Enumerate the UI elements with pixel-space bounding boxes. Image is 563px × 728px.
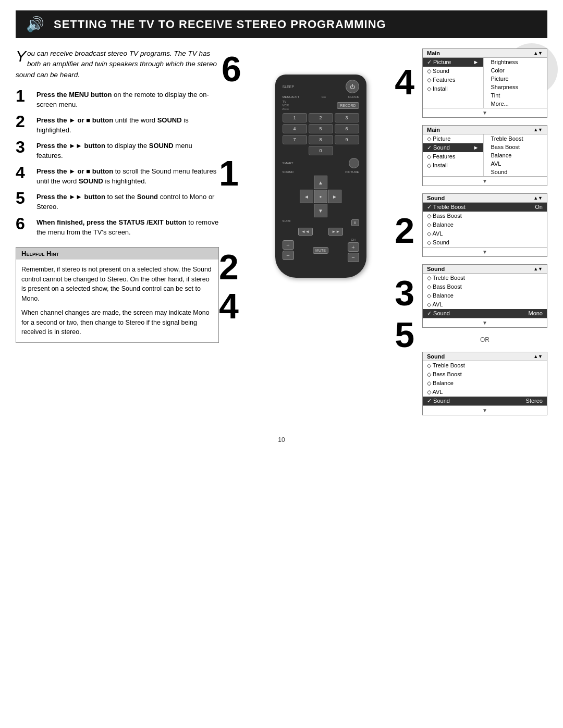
step-text-4: Press the ► or ■ button to scroll the So… bbox=[36, 166, 219, 187]
screen1-footer: ▼ bbox=[423, 108, 547, 117]
screen5-treble-label: ◇ Treble Boost bbox=[427, 362, 465, 369]
screen1-more: More... bbox=[487, 100, 547, 108]
mute-button[interactable]: MUTE bbox=[313, 247, 328, 254]
nav-left[interactable]: ◄ bbox=[300, 190, 313, 203]
number-pad: 1 2 3 4 5 6 7 8 9 0 bbox=[283, 113, 359, 155]
num-5[interactable]: 5 bbox=[309, 124, 333, 133]
ch-down-button[interactable]: − bbox=[348, 253, 359, 262]
num-6[interactable]: 6 bbox=[335, 124, 359, 133]
sleep-label: SLEEP bbox=[283, 85, 295, 89]
screen3-title: Sound bbox=[427, 195, 445, 201]
nav-up[interactable]: ▲ bbox=[314, 176, 327, 189]
screen3-row-sound: ◇ Sound bbox=[423, 238, 547, 247]
screen3-row-balance: ◇ Balance bbox=[423, 220, 547, 229]
num-3[interactable]: 3 bbox=[335, 113, 359, 122]
vol-down-button[interactable]: − bbox=[283, 251, 294, 260]
big-step-3: 3 bbox=[395, 273, 414, 313]
acc-label: ACC bbox=[283, 107, 289, 110]
screen4-row-avl: ◇ AVL bbox=[423, 300, 547, 309]
screen4-row-bass: ◇ Bass Boost bbox=[423, 282, 547, 291]
middle-column: 6 4 1 2 2 4 3 5 SLEEP ⏻ MENU/EXIT CC bbox=[229, 48, 412, 415]
num-0[interactable]: 0 bbox=[309, 146, 333, 155]
rewind-button[interactable]: ◄◄ bbox=[298, 228, 313, 236]
nav-empty-br bbox=[328, 204, 341, 217]
screen3-balance-label: ◇ Balance bbox=[427, 221, 454, 228]
screen4-row-treble: ◇ Treble Boost bbox=[423, 274, 547, 282]
screen2-header: Main ▲▼ bbox=[423, 126, 547, 134]
screen2-right: Treble Boost Bass Boost Balance AVL Soun… bbox=[483, 134, 547, 176]
step-2: 2 Press the ► or ■ button until the word… bbox=[16, 115, 219, 135]
power-button[interactable]: ⏻ bbox=[346, 80, 359, 93]
screen5-row-balance: ◇ Balance bbox=[423, 379, 547, 388]
pause-button[interactable]: II bbox=[351, 219, 359, 226]
intro-text: ou can receive broadcast stereo TV progr… bbox=[16, 50, 217, 79]
screen2-body: ◇ Picture ✓ Sound ► ◇ Features ◇ Install… bbox=[423, 134, 547, 176]
menu-screen-3: Sound ▲▼ ✓ Treble Boost On ◇ Bass Boost … bbox=[422, 193, 547, 257]
vol-up-button[interactable]: + bbox=[283, 240, 294, 250]
num-empty2 bbox=[335, 146, 359, 155]
screen4-footer: ▼ bbox=[423, 318, 547, 327]
screen5-row-treble: ◇ Treble Boost bbox=[423, 361, 547, 370]
page-header: 🔊 Setting the TV to Receive Stereo Progr… bbox=[16, 10, 547, 38]
screen2-avl: AVL bbox=[487, 159, 547, 168]
nav-empty-tl bbox=[300, 176, 313, 189]
nav-right[interactable]: ► bbox=[328, 190, 341, 203]
num-7[interactable]: 7 bbox=[283, 135, 307, 144]
big-step-1: 1 bbox=[219, 153, 239, 193]
screen5-row-avl: ◇ AVL bbox=[423, 388, 547, 397]
screen2-nav: ▲▼ bbox=[533, 127, 543, 132]
menu-exit-label: MENU/EXIT bbox=[283, 95, 300, 98]
main-content: Y ou can receive broadcast stereo TV pro… bbox=[0, 38, 563, 426]
screen2-footer: ▼ bbox=[423, 176, 547, 186]
screen4-header: Sound ▲▼ bbox=[423, 265, 547, 274]
step-6: 6 When finished, press the STATUS /EXIT … bbox=[16, 217, 219, 238]
screen1-features-label: ◇ Features bbox=[427, 77, 455, 83]
screen2-treble: Treble Boost bbox=[487, 134, 547, 143]
num-1[interactable]: 1 bbox=[283, 113, 307, 122]
screen1-picture-label: ✓ Picture bbox=[427, 59, 451, 66]
screen2-bass: Bass Boost bbox=[487, 143, 547, 151]
remote: SLEEP ⏻ MENU/EXIT CC CLOCK TV VCR ACC bbox=[275, 75, 366, 278]
num-8[interactable]: 8 bbox=[309, 135, 333, 144]
screen1-body: ✓ Picture ► ◇ Sound ◇ Features ◇ Install bbox=[423, 58, 547, 108]
page-title: Setting the TV to Receive Stereo Program… bbox=[54, 18, 386, 31]
screen2-picture-label: ◇ Picture bbox=[427, 135, 450, 142]
screen5-sound-value: Stereo bbox=[526, 398, 543, 404]
menu-screen-1: Main ▲▼ ✓ Picture ► ◇ Sound ◇ Features bbox=[422, 48, 547, 118]
screen2-down-arrow: ▼ bbox=[482, 178, 487, 184]
nav-down[interactable]: ▼ bbox=[314, 204, 327, 217]
nav-center[interactable]: ● bbox=[314, 190, 327, 203]
num-2[interactable]: 2 bbox=[309, 113, 333, 122]
screen3-treble-value: On bbox=[535, 204, 543, 211]
num-9[interactable]: 9 bbox=[335, 135, 359, 144]
ff-button[interactable]: ►► bbox=[328, 228, 343, 236]
num-4[interactable]: 4 bbox=[283, 124, 307, 133]
record-button[interactable]: RECORD bbox=[337, 102, 359, 109]
screen4-sound-label: ✓ Sound bbox=[427, 310, 450, 317]
screen1-install-label: ◇ Install bbox=[427, 85, 448, 92]
smart-button[interactable] bbox=[349, 158, 359, 168]
screen4-row-sound: ✓ Sound Mono bbox=[423, 309, 547, 318]
screen3-footer: ▼ bbox=[423, 247, 547, 256]
big-step-4b: 4 bbox=[219, 286, 239, 326]
screen2-features-label: ◇ Features bbox=[427, 153, 455, 160]
menu-screen-5: Sound ▲▼ ◇ Treble Boost ◇ Bass Boost ◇ B… bbox=[422, 352, 547, 415]
screen2-row-sound: ✓ Sound ► bbox=[423, 143, 483, 152]
screen3-row-bass: ◇ Bass Boost bbox=[423, 212, 547, 220]
screen1-tint: Tint bbox=[487, 91, 547, 100]
screen1-color: Color bbox=[487, 66, 547, 75]
tv-label: TV bbox=[283, 100, 289, 103]
nav-empty-tr bbox=[328, 176, 341, 189]
step-text-1: Press the MENU button on the remote to d… bbox=[36, 90, 219, 110]
screen1-row-features: ◇ Features bbox=[423, 76, 483, 84]
screen1-brightness: Brightness bbox=[487, 58, 547, 66]
right-column: Main ▲▼ ✓ Picture ► ◇ Sound ◇ Features bbox=[422, 48, 547, 415]
big-step-2a: 2 bbox=[395, 210, 414, 251]
ch-up-button[interactable]: + bbox=[348, 242, 359, 252]
step-1: 1 Press the MENU button on the remote to… bbox=[16, 90, 219, 110]
screen4-balance-label: ◇ Balance bbox=[427, 292, 454, 299]
step-3: 3 Press the ►► button to display the SOU… bbox=[16, 141, 219, 161]
screen3-header: Sound ▲▼ bbox=[423, 194, 547, 203]
sound-icon: 🔊 bbox=[26, 16, 44, 33]
picture-label: PICTURE bbox=[345, 170, 359, 174]
